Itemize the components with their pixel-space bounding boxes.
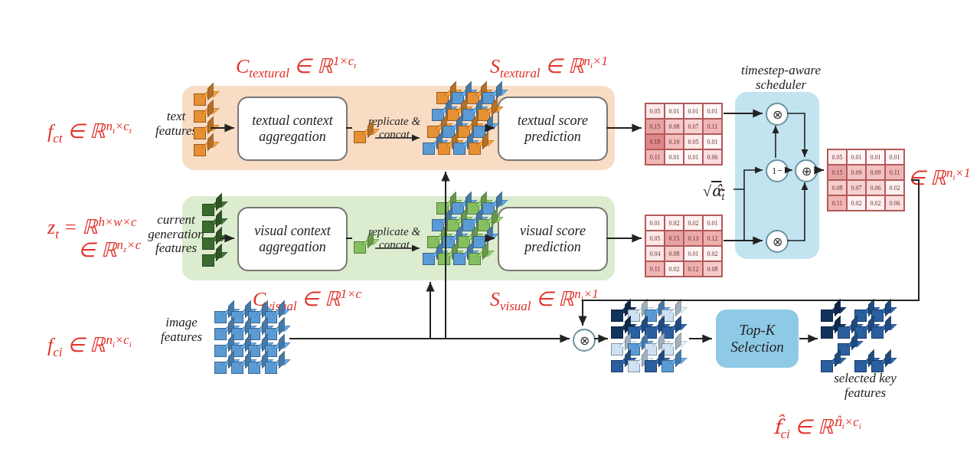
heatmap-final: 0.050.010.010.010.150.090.090.110.080.07… [827,149,905,211]
text-l1: timestep-aware [731,64,831,78]
label-image-features: image features [155,316,208,344]
box-textual-score: textual score prediction [498,97,608,161]
box-visual-aggregation: visual context aggregation [237,207,348,271]
formula-z-t-2: ∈ ℝnz×c [78,238,141,262]
heatmap-textual: 0.050.010.010.010.150.080.070.110.180.10… [645,103,723,165]
heatmap-visual: 0.010.020.020.010.050.150.130.120.040.08… [645,215,723,277]
text-l1: selected key [823,372,907,386]
formula-c-textural: Ctextural ∈ ℝ1×ct [236,54,356,81]
op-multiply-bottom: ⊗ [766,230,789,253]
formula-s-visual: Svisual ∈ ℝni×1 [490,287,599,314]
op-multiply-top: ⊗ [766,103,789,126]
op-multiply-image: ⊗ [573,329,596,352]
box-textual-aggregation: textual context aggregation [237,97,348,161]
label-selected-features: selected key features [823,372,907,400]
text: image features [161,315,202,344]
label-sqrt-alpha: √α̂t [703,182,724,203]
box-visual-score: visual score prediction [498,207,608,271]
op-one-minus: 1− [766,159,789,182]
text-l3: features [145,241,207,256]
label-scheduler: timestep-aware scheduler [731,64,831,92]
formula-f-ci: fci ∈ ℝni×ci [47,333,132,360]
label-current-gen-features: current generation features [145,213,207,256]
op-plus: ⊕ [795,159,818,182]
box-topk: Top-K Selection [716,310,799,368]
text: text features [155,109,197,138]
text-l2: scheduler [731,78,831,93]
text-l2: generation [145,228,207,242]
formula-s-textural: Stextural ∈ ℝni×1 [490,54,608,81]
formula-f-ci-hat: f̂ci ∈ ℝn̂i×ci [773,414,861,442]
text-l2: features [823,386,907,401]
formula-f-ct: fct ∈ ℝnt×ct [47,119,132,146]
text-l1: current [145,213,207,228]
